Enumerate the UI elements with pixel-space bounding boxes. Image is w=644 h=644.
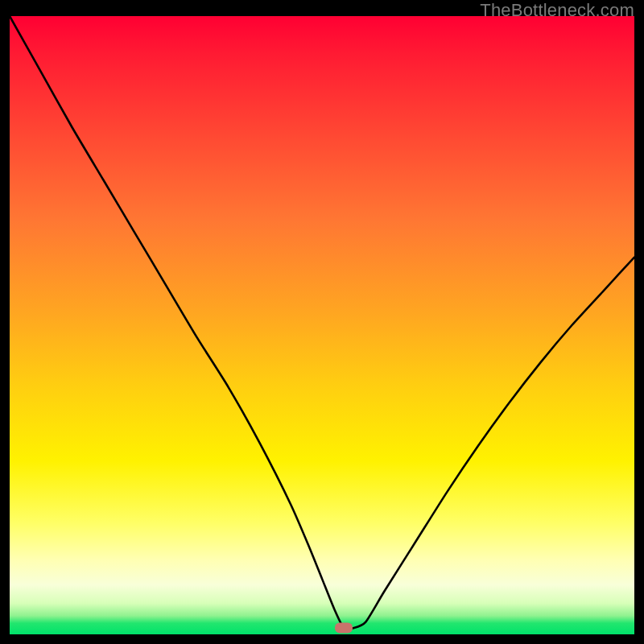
watermark-label: TheBottleneck.com bbox=[480, 0, 634, 21]
chart-container: TheBottleneck.com bbox=[0, 0, 644, 644]
bottleneck-curve bbox=[10, 16, 634, 634]
optimal-point-marker bbox=[335, 623, 353, 634]
plot-area bbox=[10, 16, 634, 634]
